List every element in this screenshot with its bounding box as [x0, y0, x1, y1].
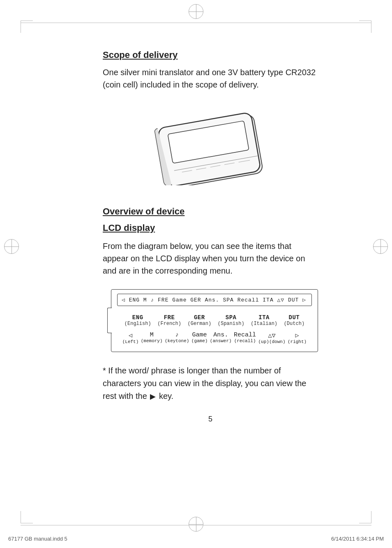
scope-of-delivery-title: Scope of delivery [103, 49, 318, 61]
bottom-divider [21, 525, 371, 525]
dut-abbr: DUT [289, 314, 300, 321]
memory-label: (memory) [141, 338, 163, 343]
sym-recall: Recall (recall) [234, 332, 256, 344]
fre-full: (French) [157, 321, 181, 327]
note-text-after: key. [159, 391, 173, 401]
note-text-before: * If the word/ phrase is longer than the… [103, 366, 306, 401]
overview-section: Overview of device LCD display From the … [103, 206, 318, 403]
top-divider [21, 23, 371, 23]
answer-label: (answer) [210, 338, 232, 343]
footer-left: 67177 GB manual.indd 5 [8, 536, 67, 542]
memory-char: M [150, 332, 154, 338]
lcd-label-spa: SPA (Spanish) [218, 314, 244, 327]
scope-of-delivery-section: Scope of delivery One silver mini transl… [103, 49, 318, 91]
eng-abbr: ENG [132, 314, 143, 321]
lcd-bar-row: ◁ ENG M ♪ FRE Game GER Ans. SPA Recall I… [117, 294, 312, 306]
sym-game: Game (game) [191, 332, 208, 344]
left-arrow-icon: ◁ [129, 332, 132, 339]
game-label: (game) [191, 338, 208, 343]
ita-full: (Italian) [251, 321, 277, 327]
keytone-icon: ♪ [175, 332, 179, 338]
registration-mark-left [4, 239, 19, 254]
game-char: Game [192, 332, 207, 338]
page: Scope of delivery One silver mini transl… [0, 0, 392, 548]
ger-full: (German) [188, 321, 212, 327]
lcd-label-ita: ITA (Italian) [251, 314, 277, 327]
overview-title: Overview of device [103, 206, 318, 218]
device-illustration [103, 103, 318, 185]
footer-right: 6/14/2011 6:34:14 PM [331, 536, 384, 542]
sym-memory: M (memory) [141, 332, 163, 344]
updown-label: (up)(down) [258, 339, 286, 344]
lcd-diagram: ◁ ENG M ♪ FRE Game GER Ans. SPA Recall I… [111, 289, 318, 352]
spa-abbr: SPA [226, 314, 237, 321]
eng-full: (English) [125, 321, 151, 327]
answer-char: Ans. [213, 332, 228, 338]
lcd-label-dut: DUT (Dutch) [284, 314, 304, 327]
spa-full: (Spanish) [218, 321, 244, 327]
main-content: Scope of delivery One silver mini transl… [49, 25, 359, 465]
recall-label: (recall) [234, 338, 256, 343]
updown-icon: △▽ [268, 332, 275, 339]
sym-left: ◁ (Left) [122, 332, 139, 344]
registration-mark-bottom [189, 517, 203, 532]
note-text: * If the word/ phrase is longer than the… [103, 364, 318, 403]
sym-keytone: ♪ (keytone) [165, 332, 189, 344]
left-label: (Left) [122, 339, 139, 344]
corner-mark-br [359, 511, 371, 523]
footer: 67177 GB manual.indd 5 6/14/2011 6:34:14… [0, 536, 392, 542]
lcd-symbols-row: ◁ (Left) M (memory) ♪ (keytone) Game (ga… [117, 327, 312, 346]
dut-full: (Dutch) [284, 321, 304, 327]
right-label: (right) [288, 339, 307, 344]
lcd-display-subtitle: LCD display [103, 222, 318, 234]
fre-abbr: FRE [164, 314, 175, 321]
sym-answer: Ans. (answer) [210, 332, 232, 344]
device-svg [141, 103, 280, 185]
recall-char: Recall [234, 332, 256, 338]
page-number: 5 [103, 415, 318, 424]
ger-abbr: GER [194, 314, 205, 321]
lcd-label-fre: FRE (French) [157, 314, 181, 327]
lcd-language-labels: ENG (English) FRE (French) GER (German) … [117, 314, 312, 327]
registration-mark-top [189, 4, 203, 19]
sym-right: ▷ (right) [288, 332, 307, 344]
overview-body: From the diagram below, you can see the … [103, 240, 318, 277]
ita-abbr: ITA [258, 314, 270, 321]
corner-mark-bl [21, 511, 33, 523]
right-arrow-icon: ▷ [295, 332, 299, 339]
lcd-label-ger: GER (German) [188, 314, 212, 327]
keytone-label: (keytone) [165, 338, 189, 343]
right-arrow-key-icon: ▶ [150, 391, 156, 403]
lcd-label-eng: ENG (English) [125, 314, 151, 327]
sym-updown: △▽ (up)(down) [258, 332, 286, 344]
scope-of-delivery-body: One silver mini translator and one 3V ba… [103, 66, 318, 91]
registration-mark-right [373, 239, 388, 254]
